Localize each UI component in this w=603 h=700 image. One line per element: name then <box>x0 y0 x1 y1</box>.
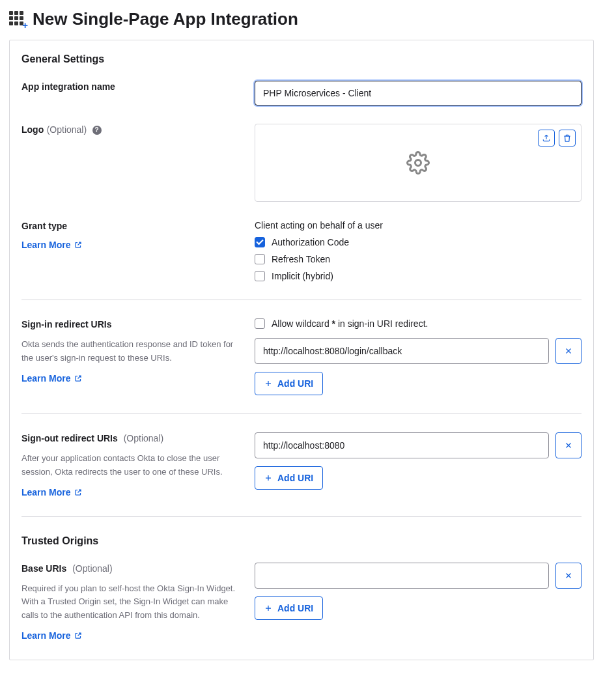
base-uris-row: Base URIs (Optional) Required if you pla… <box>21 563 582 641</box>
signin-redirect-help: Okta sends the authentication response a… <box>21 338 242 365</box>
help-icon[interactable]: ? <box>92 126 102 135</box>
page-title: New Single-Page App Integration <box>33 9 298 29</box>
signout-redirect-row: Sign-out redirect URIs (Optional) After … <box>21 432 582 498</box>
grant-type-row: Grant type Learn More Client acting on b… <box>21 220 582 281</box>
checkbox-icon <box>255 254 265 264</box>
checkbox-icon <box>255 318 265 329</box>
signout-uri-input[interactable] <box>255 432 549 458</box>
signin-uri-row <box>255 338 582 364</box>
signin-redirect-row: Sign-in redirect URIs Okta sends the aut… <box>21 318 582 395</box>
checkbox-label: Refresh Token <box>272 254 330 264</box>
base-uri-remove-button[interactable] <box>555 563 582 589</box>
checkbox-icon <box>255 237 265 247</box>
add-uri-text: Add URI <box>277 378 313 389</box>
logo-delete-button[interactable] <box>559 130 576 147</box>
grant-option-authorization-code[interactable]: Authorization Code <box>255 237 582 247</box>
learn-more-text: Learn More <box>21 240 70 250</box>
learn-more-text: Learn More <box>21 630 70 641</box>
general-settings-title: General Settings <box>21 53 582 65</box>
logo-optional: (Optional) <box>47 124 87 135</box>
base-uris-label: Base URIs <box>21 563 66 574</box>
upload-icon <box>542 133 551 143</box>
signin-redirect-label: Sign-in redirect URIs <box>21 319 111 329</box>
signin-uri-remove-button[interactable] <box>555 338 582 364</box>
checkbox-label: Authorization Code <box>272 237 349 247</box>
close-icon <box>565 572 572 580</box>
divider <box>21 300 582 300</box>
wildcard-label: Allow wildcard * in sign-in URI redirect… <box>272 318 428 329</box>
app-integration-name-label: App integration name <box>21 81 115 92</box>
add-uri-text: Add URI <box>277 603 313 613</box>
learn-more-text: Learn More <box>21 487 70 497</box>
close-icon <box>565 347 572 355</box>
base-uris-help: Required if you plan to self-host the Ok… <box>21 582 242 623</box>
signout-add-uri-button[interactable]: Add URI <box>255 466 323 490</box>
external-link-icon <box>74 241 82 249</box>
general-settings-section: General Settings App integration name Lo… <box>10 53 593 300</box>
signout-uri-row <box>255 432 582 458</box>
grant-type-label: Grant type <box>21 221 67 231</box>
close-icon <box>565 441 572 449</box>
logo-label: Logo <box>21 124 44 135</box>
base-add-uri-button[interactable]: Add URI <box>255 596 323 620</box>
learn-more-text: Learn More <box>21 373 70 384</box>
page-header: + New Single-Page App Integration <box>9 9 594 29</box>
signout-redirect-help: After your application contacts Okta to … <box>21 452 242 479</box>
logo-upload-button[interactable] <box>538 130 555 147</box>
signout-learn-more[interactable]: Learn More <box>21 487 82 497</box>
settings-panel: General Settings App integration name Lo… <box>9 40 594 660</box>
app-grid-icon: + <box>9 11 26 28</box>
svg-point-0 <box>415 160 421 166</box>
grant-option-implicit[interactable]: Implicit (hybrid) <box>255 271 582 281</box>
signout-redirect-label: Sign-out redirect URIs <box>21 433 118 443</box>
add-uri-text: Add URI <box>277 473 313 483</box>
plus-icon <box>264 380 272 387</box>
app-integration-name-input[interactable] <box>255 81 582 105</box>
signin-uri-input[interactable] <box>255 338 549 364</box>
base-uri-row <box>255 563 582 589</box>
trusted-origins-section: Trusted Origins Base URIs (Optional) Req… <box>10 535 593 660</box>
trash-icon <box>563 133 572 143</box>
divider <box>21 516 582 517</box>
signout-uri-remove-button[interactable] <box>555 432 582 458</box>
signout-optional: (Optional) <box>124 433 163 443</box>
checkbox-label: Implicit (hybrid) <box>272 271 333 281</box>
grant-option-refresh-token[interactable]: Refresh Token <box>255 254 582 264</box>
app-integration-name-row: App integration name <box>21 81 582 105</box>
logo-dropzone[interactable] <box>255 124 582 202</box>
grant-heading: Client acting on behalf of a user <box>255 220 582 231</box>
base-uri-input[interactable] <box>255 563 549 589</box>
signin-learn-more[interactable]: Learn More <box>21 373 82 384</box>
trusted-origins-title: Trusted Origins <box>21 535 582 547</box>
external-link-icon <box>74 374 82 382</box>
logo-row: Logo (Optional) ? <box>21 124 582 202</box>
signin-wildcard-checkbox[interactable]: Allow wildcard * in sign-in URI redirect… <box>255 318 582 329</box>
base-uris-optional: (Optional) <box>72 563 112 574</box>
plus-icon <box>264 604 272 612</box>
checkbox-icon <box>255 271 265 281</box>
external-link-icon <box>74 488 82 496</box>
divider <box>21 413 582 414</box>
signout-redirect-section: Sign-out redirect URIs (Optional) After … <box>10 432 593 516</box>
base-uris-learn-more[interactable]: Learn More <box>21 630 82 641</box>
signin-add-uri-button[interactable]: Add URI <box>255 372 323 395</box>
grant-type-learn-more[interactable]: Learn More <box>21 240 82 250</box>
external-link-icon <box>74 632 82 639</box>
plus-icon <box>264 474 272 482</box>
signin-redirect-section: Sign-in redirect URIs Okta sends the aut… <box>10 318 593 413</box>
gear-icon <box>406 151 430 175</box>
